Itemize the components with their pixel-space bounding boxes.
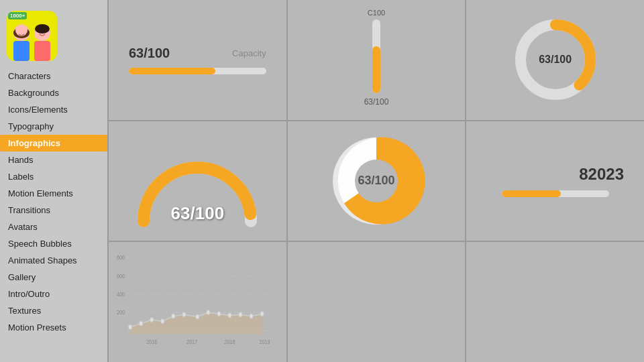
- sidebar-item-textures[interactable]: Textures: [0, 302, 107, 319]
- sidebar-item-animated-shapes[interactable]: Animated Shapes: [0, 252, 107, 269]
- svg-point-35: [250, 314, 253, 319]
- main-grid: 63/100 Capacity C100 63/100 63/100: [107, 0, 644, 362]
- logo-box[interactable]: 1000+: [7, 11, 57, 61]
- svg-point-25: [140, 321, 143, 326]
- sidebar-item-speech-bubbles[interactable]: Speech Bubbles: [0, 235, 107, 252]
- svg-point-33: [228, 313, 231, 318]
- vert-bar-container: C100 63/100: [364, 9, 389, 107]
- svg-point-31: [207, 310, 210, 315]
- svg-text:2016: 2016: [146, 338, 157, 345]
- logo-badge: 1000+: [8, 12, 27, 19]
- gauge-label: 63/100: [171, 203, 225, 224]
- short-track: [502, 190, 609, 197]
- donut-label: 63/100: [539, 54, 572, 66]
- short-fill: [502, 190, 561, 197]
- cell-empty-9: [466, 242, 644, 362]
- cell-donut-large[interactable]: 63/100: [466, 0, 644, 120]
- sidebar-item-hands[interactable]: Hands: [0, 152, 107, 168]
- bar-track: [129, 68, 266, 74]
- svg-point-34: [239, 312, 242, 317]
- sidebar-item-infographics[interactable]: Infographics: [0, 135, 107, 152]
- svg-point-28: [172, 314, 175, 319]
- bar-label-row: 63/100 Capacity: [129, 46, 266, 61]
- cell-gauge[interactable]: 63/100: [109, 121, 286, 241]
- svg-point-26: [150, 318, 154, 322]
- sidebar-item-backgrounds[interactable]: Backgrounds: [0, 84, 107, 101]
- cell-vertical-bar[interactable]: C100 63/100: [288, 0, 466, 120]
- svg-point-36: [260, 312, 264, 316]
- sidebar: 1000+ Characters Backgrounds Icons/Eleme…: [0, 0, 107, 362]
- sidebar-item-motion-elements[interactable]: Motion Elements: [0, 185, 107, 202]
- svg-point-30: [196, 315, 199, 320]
- line-chart-svg: 800 600 400 200 2016 2017 2018 2019: [114, 250, 281, 357]
- vert-value: 63/100: [364, 97, 389, 107]
- sidebar-item-avatars[interactable]: Avatars: [0, 219, 107, 235]
- cell-horizontal-bar[interactable]: 63/100 Capacity: [109, 0, 286, 120]
- svg-point-29: [182, 312, 186, 317]
- sidebar-item-gallery[interactable]: Gallery: [0, 269, 107, 286]
- svg-rect-1: [13, 41, 30, 61]
- svg-text:2018: 2018: [224, 338, 235, 345]
- svg-text:800: 800: [117, 253, 125, 261]
- sidebar-item-intro-outro[interactable]: Intro/Outro: [0, 286, 107, 302]
- bar-capacity-label: Capacity: [232, 48, 266, 58]
- sidebar-item-motion-presets[interactable]: Motion Presets: [0, 319, 107, 336]
- logo-avatar-icon: [7, 21, 57, 61]
- svg-point-32: [217, 312, 221, 316]
- svg-point-6: [35, 24, 50, 34]
- svg-text:600: 600: [117, 272, 125, 280]
- svg-text:2019: 2019: [260, 338, 270, 345]
- vert-top-label: C100: [368, 9, 385, 17]
- cell-pie[interactable]: 63/100: [288, 121, 466, 241]
- svg-rect-5: [34, 41, 50, 61]
- sidebar-item-labels[interactable]: Labels: [0, 168, 107, 185]
- logo-area: 1000+: [0, 7, 107, 68]
- cell-line-chart[interactable]: 800 600 400 200 2016 2017 2018 2019: [109, 242, 286, 362]
- vert-fill: [372, 46, 380, 93]
- short-bar-value: 82023: [579, 165, 624, 184]
- sidebar-item-transitions[interactable]: Transitions: [0, 202, 107, 219]
- sidebar-item-icons-elements[interactable]: Icons/Elements: [0, 101, 107, 118]
- bar-fill: [129, 68, 215, 74]
- svg-text:2017: 2017: [186, 338, 197, 345]
- sidebar-item-typography[interactable]: Typography: [0, 118, 107, 135]
- svg-text:200: 200: [117, 309, 125, 316]
- svg-point-27: [161, 319, 164, 324]
- svg-text:400: 400: [117, 290, 125, 298]
- svg-point-24: [129, 325, 132, 330]
- vert-track: [372, 19, 380, 93]
- cell-empty-8: [288, 242, 466, 362]
- pie-label: 63/100: [358, 174, 394, 188]
- svg-point-3: [15, 24, 28, 36]
- bar-value: 63/100: [129, 46, 170, 61]
- cell-short-bar[interactable]: 82023: [466, 121, 644, 241]
- sidebar-item-characters[interactable]: Characters: [0, 68, 107, 84]
